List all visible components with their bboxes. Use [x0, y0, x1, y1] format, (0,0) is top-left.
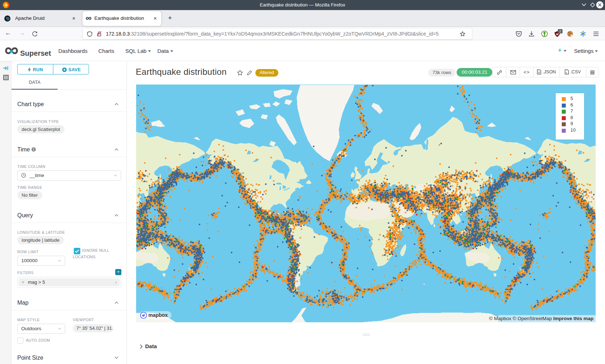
svg-text:x: x [566, 71, 567, 74]
